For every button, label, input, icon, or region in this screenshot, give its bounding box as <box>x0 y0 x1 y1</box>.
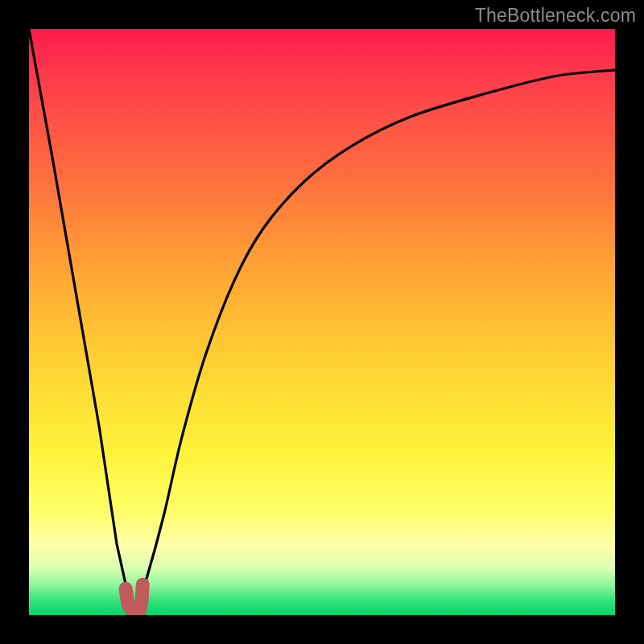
left-branch-line <box>29 29 134 615</box>
bottom-highlight-line <box>126 584 142 613</box>
curves-layer <box>29 29 615 615</box>
chart-frame: TheBottleneck.com <box>0 0 644 644</box>
plot-area <box>29 29 615 615</box>
right-branch-line <box>134 70 615 615</box>
watermark-text: TheBottleneck.com <box>475 5 636 27</box>
